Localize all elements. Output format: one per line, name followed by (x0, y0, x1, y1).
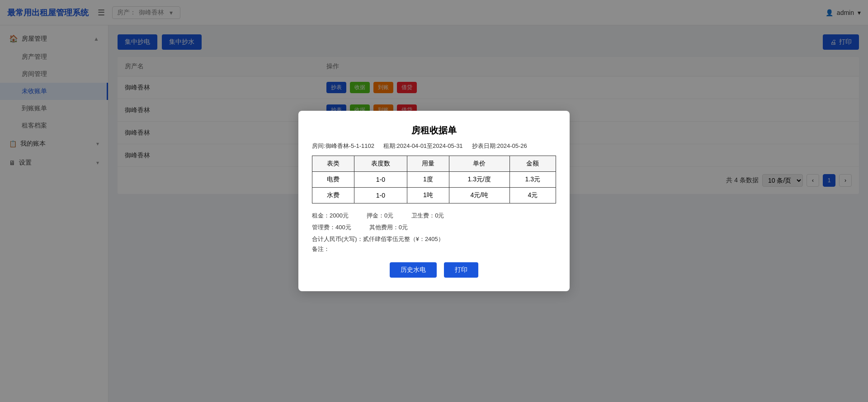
room-info: 房间:御峰香林-5-1-1102 (312, 142, 374, 150)
deposit-label: 押金：0元 (367, 210, 393, 222)
rent-period: 租期:2024-04-01至2024-05-31 (383, 142, 463, 150)
fee-row-2: 管理费：400元 其他费用：0元 (312, 222, 556, 233)
receipt-row-electric: 电费 1-0 1度 1.3元/度 1.3元 (312, 172, 556, 188)
rent-label: 租金：2000元 (312, 210, 349, 222)
cell-type-1: 水费 (312, 188, 354, 203)
receipt-note: 备注： (312, 245, 556, 253)
col-meter: 表度数 (354, 156, 407, 172)
cell-usage-0: 1度 (407, 172, 449, 188)
receipt-modal: 房租收据单 房间:御峰香林-5-1-1102 租期:2024-04-01至202… (298, 111, 570, 291)
history-button[interactable]: 历史水电 (390, 262, 437, 278)
receipt-total: 合计人民币(大写)：贰仟肆佰零伍元整（¥：2405） (312, 235, 556, 243)
cell-meter-0: 1-0 (354, 172, 407, 188)
receipt-table: 表类 表度数 用量 单价 金额 电费 1-0 1度 1.3元/度 1.3元 水费 (312, 156, 556, 203)
col-unit-price: 单价 (449, 156, 509, 172)
cell-type-0: 电费 (312, 172, 354, 188)
cell-amount-1: 4元 (509, 188, 556, 203)
cell-unit-price-0: 1.3元/度 (449, 172, 509, 188)
cell-meter-1: 1-0 (354, 188, 407, 203)
receipt-row-water: 水费 1-0 1吨 4元/吨 4元 (312, 188, 556, 203)
modal-overlay[interactable]: 房租收据单 房间:御峰香林-5-1-1102 租期:2024-04-01至202… (0, 0, 868, 402)
copy-date: 抄表日期:2024-05-26 (472, 142, 527, 150)
modal-print-button[interactable]: 打印 (444, 262, 478, 278)
col-usage: 用量 (407, 156, 449, 172)
col-type: 表类 (312, 156, 354, 172)
cell-unit-price-1: 4元/吨 (449, 188, 509, 203)
sanitation-label: 卫生费：0元 (411, 210, 444, 222)
receipt-title: 房租收据单 (312, 124, 556, 137)
management-label: 管理费：400元 (312, 222, 351, 233)
other-fees-label: 其他费用：0元 (369, 222, 408, 233)
fee-row-1: 租金：2000元 押金：0元 卫生费：0元 (312, 210, 556, 222)
cell-usage-1: 1吨 (407, 188, 449, 203)
receipt-info: 房间:御峰香林-5-1-1102 租期:2024-04-01至2024-05-3… (312, 142, 556, 150)
receipt-details: 租金：2000元 押金：0元 卫生费：0元 管理费：400元 其他费用：0元 (312, 210, 556, 233)
cell-amount-0: 1.3元 (509, 172, 556, 188)
modal-footer: 历史水电 打印 (312, 262, 556, 278)
col-amount: 金额 (509, 156, 556, 172)
